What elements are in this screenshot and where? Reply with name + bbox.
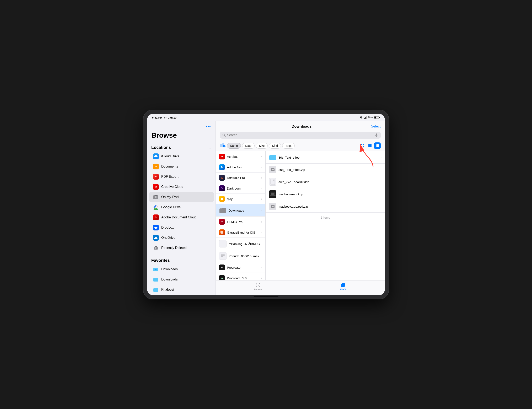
sidebar-item-dropbox[interactable]: Dropbox [149,223,214,233]
search-icon [222,134,226,137]
chevron-icon: › [261,231,262,234]
filter-tags[interactable]: Tags [282,143,295,149]
app-content: ••• Browse Locations ⌄ [147,121,385,295]
chevron-icon: › [261,209,262,212]
sidebar-item-creative-cloud[interactable]: Cc Creative Cloud [149,182,214,192]
sidebar-item-khaleesi[interactable]: Khaleesi [149,285,214,295]
filter-kind[interactable]: Kind [269,143,281,149]
divider [151,254,211,254]
list-item[interactable]: mBanking...N ŽIBREG [216,238,265,250]
sidebar-item-google-drive[interactable]: Google Drive [149,202,214,212]
acrobat-name: Acrobat [227,155,259,158]
pdf-expert-label: PDF Expert [161,175,179,179]
list-item[interactable]: Ar Adobe Aero › [216,162,265,173]
documents-label: Documents [161,165,178,168]
favorites-toggle[interactable]: ⌄ [209,258,211,263]
list-item[interactable]: Procreate › [216,262,265,273]
list-item[interactable]: Ac Acrobat › [216,151,265,162]
browse-tab-icon [340,282,345,287]
grid-view-button[interactable] [359,142,366,149]
sidebar-item-pdf-expert[interactable]: PDF PDF Expert [149,172,214,182]
khaleesi-icon [153,287,159,292]
adobe-aero-name: Adobe Aero [227,165,259,169]
more-button[interactable]: ••• [206,124,211,129]
svg-rect-30 [378,144,379,147]
right-list-item[interactable]: macbook-mockup [266,188,385,200]
svg-rect-10 [155,196,156,198]
right-list-item[interactable]: awb_77e...eea816dcb [266,176,385,188]
list-item[interactable]: A Artstudio Pro › [216,173,265,183]
list-item[interactable]: Ponuda_030613_max [216,250,265,262]
sidebar-item-on-my-ipad[interactable]: On My iPad [149,192,214,202]
right-list-item[interactable]: zip 80s_Text_effect.zip [266,164,385,176]
locations-toggle[interactable]: ⌄ [209,145,211,149]
svg-rect-44 [271,193,274,195]
svg-rect-3 [365,117,366,119]
right-panel: 80s_Text_effect › zip 80s_Text_effect.zi… [266,151,385,280]
column-view-button[interactable] [374,142,381,149]
sidebar-item-onedrive[interactable]: OneDrive [149,233,214,243]
list-item[interactable]: ⏺ djay › [216,194,265,204]
sidebar-item-documents[interactable]: D Documents [149,162,214,172]
tab-bar: Recents Browse [216,280,385,295]
sidebar-item-marijana[interactable]: Marijana [149,295,214,295]
svg-point-0 [361,118,361,119]
view-controls [359,142,381,149]
macbook-zip-name: macbook...up.psd.zip [278,205,381,208]
sidebar-item-downloads-2[interactable]: Downloads [149,274,214,284]
sidebar-item-recently-deleted[interactable]: 🗑 Recently Deleted [149,243,214,253]
list-item[interactable]: Dr Darkroom › [216,183,265,194]
device-frame: 6:31 PM Fri Jan 10 38% [143,110,389,299]
chevron-icon: › [261,187,262,190]
svg-text:🗑: 🗑 [155,247,157,249]
svg-rect-28 [376,144,377,147]
svg-rect-38 [221,256,223,257]
svg-rect-26 [368,145,371,146]
icloud-icon [153,154,159,159]
awb-file-name: awb_77e...eea816dcb [278,180,381,184]
mic-icon [375,133,378,137]
onedrive-label: OneDrive [161,236,175,240]
tab-browse[interactable]: Browse [300,282,385,290]
acrobat-icon: Ac [219,154,225,159]
status-time: 6:31 PM Fri Jan 10 [152,116,176,119]
sidebar-item-adobe-doc[interactable]: Dc Adobe Document Cloud [149,212,214,222]
sidebar-item-icloud[interactable]: iCloud Drive [149,151,214,161]
svg-rect-4 [366,116,367,119]
search-input[interactable] [227,133,374,137]
filter-date[interactable]: Date [242,143,255,149]
chevron-icon: › [380,156,381,159]
locations-title: Locations [151,145,171,150]
tab-recents[interactable]: Recents [216,282,300,291]
artstudio-icon: A [219,175,225,181]
documents-icon: D [153,164,159,169]
right-list-item[interactable]: 80s_Text_effect › [266,151,385,164]
right-list-item[interactable]: zip macbook...up.psd.zip [266,200,385,213]
select-button[interactable]: Select [371,124,381,128]
list-view-button[interactable] [367,142,373,149]
list-item[interactable]: GarageBand for iOS › [216,227,265,238]
chevron-icon: › [261,276,262,280]
filter-name[interactable]: Name [227,143,241,149]
content-area: Ac Acrobat › Ar Adobe Aero › [216,151,385,280]
cellular-icon [364,116,367,119]
browse-tab-label: Browse [339,288,346,290]
google-drive-icon [153,204,159,210]
svg-rect-36 [221,254,225,254]
list-item[interactable]: FiL FiLMiC Pro › [216,217,265,227]
filter-size[interactable]: Size [256,143,268,149]
sidebar: ••• Browse Locations ⌄ [147,121,216,295]
list-item[interactable]: Procreateβ5.0 › [216,273,265,280]
svg-rect-22 [363,144,364,145]
sidebar-item-downloads-1[interactable]: Downloads [149,264,214,274]
new-folder-button[interactable]: + [220,143,226,149]
creative-cloud-label: Creative Cloud [161,185,183,189]
svg-rect-33 [221,243,225,243]
list-item[interactable]: Downloads › [216,204,265,217]
ponuda-icon [219,252,227,260]
darkroom-icon: Dr [219,185,225,191]
search-bar[interactable] [220,132,381,139]
svg-rect-9 [155,195,157,196]
main-content: Downloads Select [216,121,385,295]
adobe-aero-icon: Ar [219,164,225,170]
